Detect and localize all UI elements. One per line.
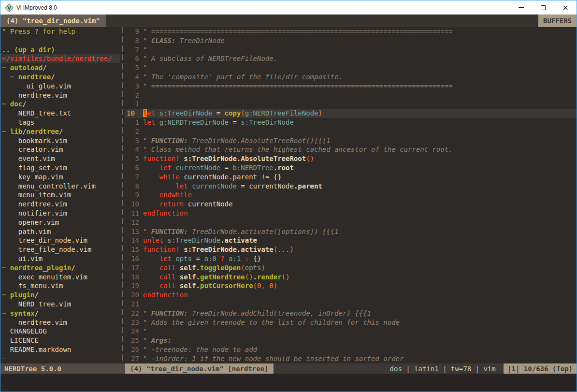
line-number: 6 [125,163,139,173]
tree-item[interactable]: fs_menu.vim [0,281,120,290]
code-line[interactable]: 27" -inOrder: 1 if the new node should b… [125,354,577,363]
tab-tree-dir-node[interactable]: (4) "tree_dir_node.vim" [0,15,106,27]
tree-item[interactable]: ui.vim [0,254,120,263]
tree-item[interactable]: </vimfiles/bundle/nerdtree/ [0,54,120,63]
tree-item[interactable]: creator.vim [0,145,120,154]
minimize-button[interactable] [510,0,532,15]
code-line[interactable]: 20endfunction [125,290,577,300]
tree-item[interactable]: ~ [0,354,120,363]
tree-item[interactable]: ui_glue.vim [0,82,120,91]
code-line[interactable]: 6" A subclass of NERDTreeFileNode. [125,54,577,63]
code-line[interactable]: 16 let opts = a:0 ? a:1 : {} [125,254,577,263]
line-number: 5 [125,63,139,73]
code-line[interactable]: 7" [125,45,577,55]
code-line[interactable]: 14unlet s:TreeDirNode.activate [125,236,577,245]
buffers-label[interactable]: BUFFERS [538,15,577,27]
maximize-button[interactable] [532,0,554,15]
code-line[interactable]: 22" FUNCTION: TreeDirNode.addChild(treen… [125,309,577,318]
tree-item[interactable]: nerdtree.vim [0,91,120,100]
code-line[interactable]: 4" Class method that returns the highest… [125,145,577,154]
nerdtree-pane[interactable]: " Press ? for help.. (up a dir)</vimfile… [0,27,120,363]
code-line[interactable]: 10let s:TreeDirNode = copy(g:NERDTreeFil… [125,109,577,118]
close-button[interactable]: × [554,0,577,15]
code-line[interactable]: 23" Adds the given treenode to the list … [125,318,577,327]
code-line[interactable]: 4" The 'composite' part of the file/dir … [125,73,577,82]
line-number: 16 [125,254,139,263]
tree-item[interactable]: ~ lib/nerdtree/ [0,127,120,136]
tree-item[interactable]: ~ syntax/ [0,309,120,318]
code-line[interactable]: 25" Args: [125,336,577,345]
tree-item[interactable]: " Press ? for help [0,27,120,36]
line-number: 27 [125,354,139,363]
editor-pane[interactable]: 9" =====================================… [125,27,577,363]
window-controls: × [510,0,577,15]
code-line[interactable]: 2 [125,127,577,136]
tree-item[interactable]: LICENCE [0,336,120,345]
tree-item[interactable]: ~ autoload/ [0,63,120,73]
line-number: 3 [125,136,139,145]
code-line[interactable]: 18 call self.getNerdtree().render() [125,273,577,282]
code-line[interactable]: 5" [125,63,577,73]
line-number: 1 [125,118,139,127]
line-number: 8 [125,36,139,45]
code-line[interactable]: 8" CLASS: TreeDirNode [125,36,577,45]
vertical-split-separator[interactable] [120,27,125,363]
tree-item[interactable]: notifier.vim [0,209,120,218]
tree-item[interactable]: .. (up a dir) [0,45,120,55]
tree-item[interactable]: flag_set.vim [0,163,120,173]
code-line[interactable]: 19 call self.putCursorHere(0, 0) [125,281,577,290]
status-line: NERDTree 5.0.0 (4) "tree_dir_node.vim" [… [0,363,577,374]
code-line[interactable]: 1 [125,100,577,109]
tree-item[interactable]: ~ nerdtree/ [0,73,120,82]
tree-item[interactable]: nerdtree.vim [0,200,120,209]
tree-item[interactable]: NERD_tree.vim [0,300,120,309]
tree-item[interactable]: menu_controller.vim [0,182,120,191]
tree-item[interactable]: tree_file_node.vim [0,245,120,254]
code-line[interactable]: 21 [125,300,577,309]
tree-item[interactable] [0,36,120,45]
tree-item[interactable]: opener.vim [0,218,120,227]
tree-item[interactable]: ~ doc/ [0,100,120,109]
tree-item[interactable]: NERD_tree.txt [0,109,120,118]
tree-item[interactable]: tree_dir_node.vim [0,236,120,245]
tree-item[interactable]: path.vim [0,227,120,236]
tree-item[interactable]: ~ nerdtree_plugin/ [0,263,120,273]
tree-item[interactable]: bookmark.vim [0,136,120,145]
tree-item[interactable]: event.vim [0,154,120,163]
tree-item[interactable]: nerdtree.vim [0,318,120,327]
line-number: 6 [125,54,139,63]
code-line[interactable]: 26" -treenode: the node to add [125,345,577,354]
code-line[interactable]: 2 [125,91,577,100]
code-line[interactable]: 8 let currentNode = currentNode.parent [125,182,577,191]
command-line[interactable] [0,374,577,392]
tree-item[interactable]: exec_menuitem.vim [0,273,120,282]
status-fill [274,363,386,374]
code-line[interactable]: 12 [125,218,577,227]
tree-item[interactable]: CHANGELOG [0,327,120,336]
code-line[interactable]: 15function! s:TreeDirNode.activate(...) [125,245,577,254]
code-line[interactable]: 6 let currentNode = b:NERDTree.root [125,163,577,173]
tree-item[interactable]: tags [0,118,120,127]
line-number: 13 [125,227,139,236]
line-number: 2 [125,91,139,100]
code-line[interactable]: 9" =====================================… [125,27,577,36]
tree-item[interactable]: ~ plugin/ [0,290,120,300]
line-number: 22 [125,309,139,318]
code-line[interactable]: 13" FUNCTION: TreeDirNode.activate([opti… [125,227,577,236]
code-line[interactable]: 24" [125,327,577,336]
code-line[interactable]: 10 return currentNode [125,200,577,209]
code-line[interactable]: 7 while currentNode.parent != {} [125,173,577,182]
code-line[interactable]: 9 endwhile [125,190,577,200]
tree-item[interactable]: menu_item.vim [0,190,120,200]
code-line[interactable]: 17 call self.toggleOpen(opts) [125,263,577,273]
line-number: 9 [125,27,139,36]
code-line[interactable]: 3" FUNCTION: TreeDirNode.AbsoluteTreeRoo… [125,136,577,145]
code-line[interactable]: 5function! s:TreeDirNode.AbsoluteTreeRoo… [125,154,577,163]
tree-item[interactable]: key_map.vim [0,173,120,182]
nerdtree-status: NERDTree 5.0.0 [0,363,125,374]
line-number: 26 [125,345,139,354]
code-line[interactable]: 3" =====================================… [125,82,577,91]
code-line[interactable]: 11endfunction [125,209,577,218]
tree-item[interactable]: README.markdown [0,345,120,354]
code-line[interactable]: 1let g:NERDTreeDirNode = s:TreeDirNode [125,118,577,127]
